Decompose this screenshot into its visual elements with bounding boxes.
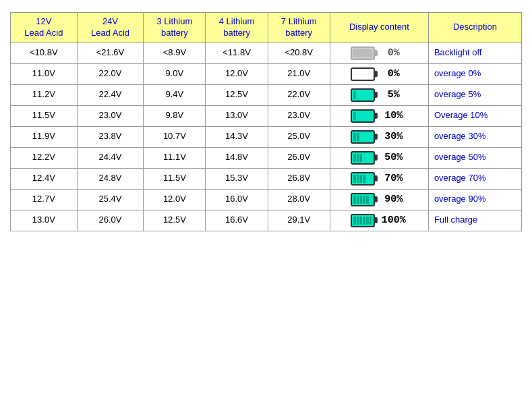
display-content: 0% (330, 43, 428, 63)
voltage-3li: 11.5V (144, 168, 206, 189)
description: Full charge (428, 210, 521, 231)
table-row: 13.0V 26.0V 12.5V 16.6V 29.1V 100% Full … (11, 210, 522, 231)
display-content: 0% (330, 63, 428, 84)
description: overage 0% (428, 63, 521, 84)
voltage-7li: 25.0V (268, 126, 330, 147)
description: overage 5% (428, 84, 521, 105)
header-col1: 12VLead Acid (11, 13, 78, 43)
voltage-4li: <11.8V (206, 43, 268, 63)
table-row: <10.8V <21.6V <8.9V <11.8V <20.8V 0% Bac… (11, 43, 522, 63)
voltage-4li: 13.0V (206, 105, 268, 126)
display-content: 70% (330, 168, 428, 189)
display-content: 30% (330, 126, 428, 147)
voltage-4li: 12.0V (206, 63, 268, 84)
voltage-24v: 26.0V (77, 210, 144, 231)
table-row: 12.7V 25.4V 12.0V 16.0V 28.0V 90% overag… (11, 189, 522, 210)
voltage-3li: 10.7V (144, 126, 206, 147)
description: Overage 10% (428, 105, 521, 126)
description: Backlight off (428, 43, 521, 63)
voltage-3li: <8.9V (144, 43, 206, 63)
voltage-4li: 16.0V (206, 189, 268, 210)
header-col4: 4 Lithiumbattery (206, 13, 268, 43)
table-row: 12.4V 24.8V 11.5V 15.3V 26.8V 70% overag… (11, 168, 522, 189)
display-content: 5% (330, 84, 428, 105)
voltage-12v: 13.0V (11, 210, 78, 231)
voltage-24v: 22.4V (77, 84, 144, 105)
voltage-7li: 29.1V (268, 210, 330, 231)
voltage-12v: 11.5V (11, 105, 78, 126)
header-col3: 3 Lithiumbattery (144, 13, 206, 43)
voltage-3li: 9.0V (144, 63, 206, 84)
voltage-7li: 26.8V (268, 168, 330, 189)
voltage-7li: 23.0V (268, 105, 330, 126)
voltage-12v: 12.2V (11, 147, 78, 168)
voltage-4li: 14.3V (206, 126, 268, 147)
header-col5: 7 Lithiumbattery (268, 13, 330, 43)
voltage-4li: 16.6V (206, 210, 268, 231)
voltage-24v: 23.8V (77, 126, 144, 147)
table-row: 11.2V 22.4V 9.4V 12.5V 22.0V 5% overage … (11, 84, 522, 105)
voltage-24v: 24.4V (77, 147, 144, 168)
voltage-12v: <10.8V (11, 43, 78, 63)
voltage-12v: 11.2V (11, 84, 78, 105)
voltage-12v: 12.7V (11, 189, 78, 210)
voltage-3li: 9.8V (144, 105, 206, 126)
voltage-7li: 22.0V (268, 84, 330, 105)
table-row: 12.2V 24.4V 11.1V 14.8V 26.0V 50% overag… (11, 147, 522, 168)
display-content: 50% (330, 147, 428, 168)
description: overage 30% (428, 126, 521, 147)
voltage-12v: 11.0V (11, 63, 78, 84)
display-content: 90% (330, 189, 428, 210)
voltage-7li: 21.0V (268, 63, 330, 84)
description: overage 50% (428, 147, 521, 168)
voltage-24v: 24.8V (77, 168, 144, 189)
display-content: 10% (330, 105, 428, 126)
voltage-12v: 12.4V (11, 168, 78, 189)
voltage-4li: 12.5V (206, 84, 268, 105)
description: overage 70% (428, 168, 521, 189)
display-content: 100% (330, 210, 428, 231)
voltage-12v: 11.9V (11, 126, 78, 147)
voltage-7li: 28.0V (268, 189, 330, 210)
voltage-24v: 23.0V (77, 105, 144, 126)
table-row: 11.5V 23.0V 9.8V 13.0V 23.0V 10% Overage… (11, 105, 522, 126)
voltage-4li: 14.8V (206, 147, 268, 168)
voltage-7li: 26.0V (268, 147, 330, 168)
voltage-24v: 25.4V (77, 189, 144, 210)
voltage-3li: 9.4V (144, 84, 206, 105)
table-row: 11.0V 22.0V 9.0V 12.0V 21.0V 0% overage … (11, 63, 522, 84)
header-col2: 24VLead Acid (77, 13, 144, 43)
voltage-24v: <21.6V (77, 43, 144, 63)
voltage-3li: 12.5V (144, 210, 206, 231)
header-col6: Display content (330, 13, 428, 43)
voltage-3li: 11.1V (144, 147, 206, 168)
table-row: 11.9V 23.8V 10.7V 14.3V 25.0V 30% overag… (11, 126, 522, 147)
description: overage 90% (428, 189, 521, 210)
voltage-4li: 15.3V (206, 168, 268, 189)
voltage-3li: 12.0V (144, 189, 206, 210)
voltage-24v: 22.0V (77, 63, 144, 84)
voltage-7li: <20.8V (268, 43, 330, 63)
voltage-table: 12VLead Acid 24VLead Acid 3 Lithiumbatte… (10, 12, 522, 231)
header-col7: Description (428, 13, 521, 43)
